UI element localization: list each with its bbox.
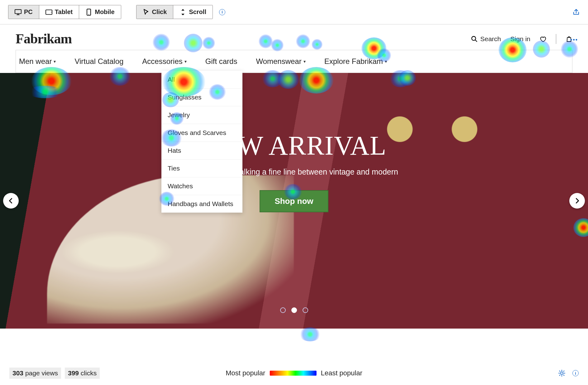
carousel-next-button[interactable] bbox=[569, 193, 585, 209]
scroll-icon bbox=[179, 9, 186, 15]
mobile-icon bbox=[85, 9, 92, 15]
nav-womenswear[interactable]: Womenswear ▾ bbox=[256, 57, 305, 66]
shop-now-button[interactable]: Shop now bbox=[260, 190, 328, 212]
device-tablet-button[interactable]: Tablet bbox=[39, 5, 79, 19]
dd-item-all[interactable]: All bbox=[161, 71, 242, 89]
site-preview: Fabrikam Search Sign in ••• Men wear bbox=[0, 24, 588, 329]
mode-segmented-control: Click Scroll bbox=[136, 5, 213, 19]
brand-logo[interactable]: Fabrikam bbox=[16, 31, 72, 47]
device-mobile-label: Mobile bbox=[95, 8, 114, 16]
accessories-dropdown: All Sunglasses Jewelry Gloves and Scarve… bbox=[161, 71, 242, 213]
header-divider bbox=[556, 34, 556, 44]
more-options-icon[interactable]: ••• bbox=[570, 37, 578, 43]
svg-rect-0 bbox=[15, 9, 21, 13]
heatmap-legend: Most popular Least popular bbox=[226, 369, 362, 377]
analytics-toolbar: PC Tablet Mobile Click Scroll bbox=[0, 0, 588, 24]
search-label: Search bbox=[480, 35, 501, 43]
chevron-down-icon: ▾ bbox=[385, 59, 387, 64]
page-views-value: 303 bbox=[12, 369, 23, 377]
svg-point-4 bbox=[88, 14, 89, 15]
nav-accessories[interactable]: Accessories ▾ bbox=[142, 57, 186, 66]
legend-right-label: Least popular bbox=[321, 369, 362, 377]
nav-gift-cards-label: Gift cards bbox=[205, 57, 237, 66]
signin-link[interactable]: Sign in bbox=[510, 35, 530, 43]
nav-menwear-label: Men wear bbox=[19, 57, 52, 66]
dd-item-gloves-scarves[interactable]: Gloves and Scarves bbox=[161, 124, 242, 142]
nav-womenswear-label: Womenswear bbox=[256, 57, 301, 66]
nav-accessories-label: Accessories bbox=[142, 57, 182, 66]
dd-item-jewelry[interactable]: Jewelry bbox=[161, 106, 242, 124]
device-pc-label: PC bbox=[24, 8, 33, 16]
share-icon[interactable] bbox=[572, 8, 580, 16]
search-button[interactable]: Search bbox=[471, 35, 501, 43]
search-icon bbox=[471, 36, 478, 42]
dd-item-hats[interactable]: Hats bbox=[161, 142, 242, 160]
mode-click-button[interactable]: Click bbox=[136, 5, 174, 19]
clicks-stat[interactable]: 399 clicks bbox=[65, 368, 100, 379]
nav-explore[interactable]: Explore Fabrikam ▾ bbox=[324, 57, 387, 66]
clicks-label: clicks bbox=[81, 369, 97, 377]
legend-gradient bbox=[270, 371, 316, 376]
mode-scroll-button[interactable]: Scroll bbox=[173, 5, 213, 19]
wishlist-icon[interactable] bbox=[540, 36, 547, 42]
nav-gift-cards[interactable]: Gift cards bbox=[205, 57, 237, 66]
brightness-icon[interactable] bbox=[558, 369, 566, 377]
carousel-dots bbox=[280, 307, 308, 313]
mode-click-label: Click bbox=[152, 8, 167, 16]
dd-item-watches[interactable]: Watches bbox=[161, 177, 242, 195]
page-views-stat[interactable]: 303 page views bbox=[9, 368, 61, 379]
site-header: Fabrikam Search Sign in ••• bbox=[0, 25, 588, 50]
svg-point-6 bbox=[561, 372, 563, 374]
info-icon[interactable]: i bbox=[219, 9, 225, 15]
cursor-icon bbox=[143, 9, 150, 15]
device-tablet-label: Tablet bbox=[55, 8, 73, 16]
header-utilities: Search Sign in ••• bbox=[471, 34, 572, 44]
svg-point-2 bbox=[51, 12, 51, 12]
legend-left-label: Most popular bbox=[226, 369, 265, 377]
carousel-dot-3[interactable] bbox=[303, 307, 308, 313]
device-segmented-control: PC Tablet Mobile bbox=[8, 5, 121, 19]
dd-item-ties[interactable]: Ties bbox=[161, 160, 242, 177]
dd-item-handbags-wallets[interactable]: Handbags and Wallets bbox=[161, 195, 242, 213]
carousel-prev-button[interactable] bbox=[3, 193, 19, 209]
status-bar: 303 page views 399 clicks Most popular L… bbox=[0, 361, 588, 385]
page-views-label: page views bbox=[25, 369, 58, 377]
carousel-dot-1[interactable] bbox=[280, 307, 286, 313]
chevron-down-icon: ▾ bbox=[54, 59, 56, 64]
info-icon[interactable]: i bbox=[572, 370, 579, 376]
hero-carousel: NEW ARRIVAL Accessories walking a fine l… bbox=[0, 73, 588, 329]
chevron-down-icon: ▾ bbox=[184, 59, 187, 64]
device-pc-button[interactable]: PC bbox=[8, 5, 39, 19]
monitor-icon bbox=[15, 9, 22, 15]
device-mobile-button[interactable]: Mobile bbox=[79, 5, 121, 19]
primary-nav: Men wear ▾ Virtual Catalog Accessories ▾… bbox=[16, 50, 572, 73]
clicks-value: 399 bbox=[68, 369, 79, 377]
mode-scroll-label: Scroll bbox=[189, 8, 206, 16]
carousel-dot-2[interactable] bbox=[291, 307, 297, 313]
nav-explore-label: Explore Fabrikam bbox=[324, 57, 383, 66]
chevron-down-icon: ▾ bbox=[304, 59, 306, 64]
dd-item-sunglasses[interactable]: Sunglasses bbox=[161, 89, 242, 106]
shopping-bag-icon[interactable]: ••• bbox=[566, 36, 572, 42]
nav-menwear[interactable]: Men wear ▾ bbox=[16, 57, 56, 66]
tablet-icon bbox=[45, 9, 52, 15]
nav-virtual-catalog-label: Virtual Catalog bbox=[74, 57, 123, 66]
nav-virtual-catalog[interactable]: Virtual Catalog bbox=[74, 57, 123, 66]
